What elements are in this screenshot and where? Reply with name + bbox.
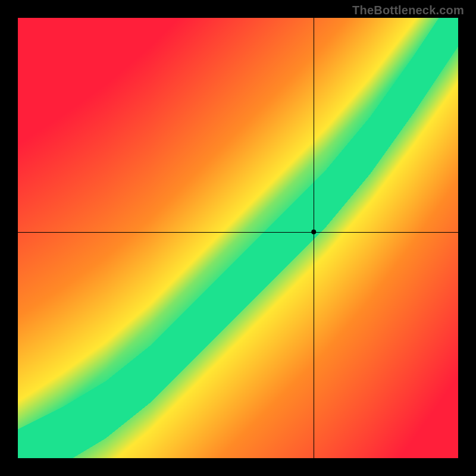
heatmap-canvas bbox=[0, 0, 476, 476]
watermark-label: TheBottleneck.com bbox=[352, 4, 464, 17]
chart-container: TheBottleneck.com bbox=[0, 0, 476, 476]
